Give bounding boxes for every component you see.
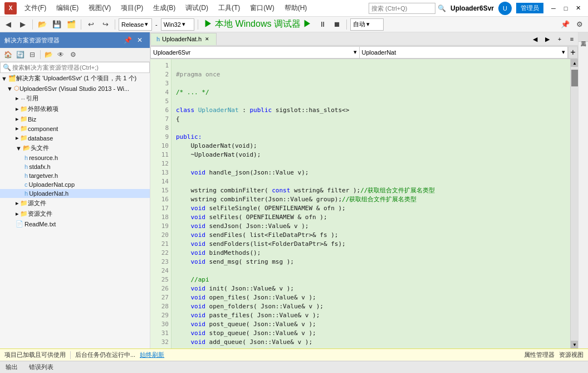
toolbar-undo-btn[interactable]: ↩ [85, 18, 97, 31]
tree-uploadercpp[interactable]: c UploaderNat.cpp [0, 180, 150, 189]
toolbox-tab[interactable]: 工具箱 [579, 32, 588, 42]
tab-h-icon: h [156, 36, 160, 42]
toolbar-saveall-btn[interactable]: 🗂️ [65, 18, 77, 31]
menu-tools[interactable]: 工具(T) [214, 2, 244, 14]
resourceh-icon: h [24, 154, 28, 161]
comp-icon: 📁 [20, 125, 28, 132]
scroll-up-btn[interactable]: ▲ [571, 59, 578, 67]
scroll-track[interactable] [571, 67, 578, 341]
platform-dropdown[interactable]: Win32 ▾ [161, 18, 194, 31]
minimize-button[interactable]: ─ [548, 3, 559, 14]
tree-project[interactable]: ▼ ⬡ Uploader6Svr (Visual Studio 2013 - W… [0, 84, 150, 93]
watch-dropdown[interactable]: 自动 ▾ [350, 18, 384, 31]
editor-tabs: h UploaderNat.h ✕ ◀ ▶ + ≡ [150, 32, 578, 46]
toolbar-settings-btn[interactable]: ⚙ [574, 18, 586, 31]
toolbar-fwd-btn[interactable]: ▶ [17, 18, 29, 31]
configuration-dropdown[interactable]: Release ▾ [119, 18, 152, 31]
sidebar-filter-btn[interactable]: ⚙ [67, 49, 79, 60]
tab-scroll-left-btn[interactable]: ◀ [529, 33, 541, 45]
tree-resource-h[interactable]: h resource.h [0, 153, 150, 162]
tree-component[interactable]: ▸ 📁 component [0, 124, 150, 133]
menu-help[interactable]: 帮助(H) [280, 2, 312, 14]
menu-debug[interactable]: 调试(D) [181, 2, 213, 14]
run-button[interactable]: ▶ 本地 Windows 调试器 ▶ [202, 18, 315, 30]
tree-targetver-h[interactable]: h targetver.h [0, 171, 150, 180]
search-icon[interactable]: 🔍 [438, 4, 446, 12]
tree-biz[interactable]: ▸ 📁 Biz [0, 114, 150, 124]
user-avatar[interactable]: U [498, 2, 512, 15]
output-tab[interactable]: 输出 [0, 362, 23, 372]
sidebar-search-input[interactable] [12, 64, 124, 71]
project-icon: ⬡ [14, 85, 19, 92]
notify-text1: 项目已加载且可供使用 [4, 351, 66, 359]
app-logo: X [4, 2, 17, 14]
scroll-thumb[interactable] [571, 70, 578, 86]
tree-external-deps[interactable]: ▸ 📁 外部依赖项 [0, 104, 150, 114]
toolbar-pause-btn[interactable]: ⏸ [316, 18, 329, 31]
project-expand-icon: ▼ [7, 85, 13, 92]
sidebar-pin-btn[interactable]: 📌 [122, 35, 133, 46]
sidebar-sep [40, 50, 41, 59]
tab-add-btn[interactable]: + [553, 33, 566, 45]
toolbar-redo-btn[interactable]: ↪ [99, 18, 111, 31]
notify-sep [70, 351, 71, 359]
sidebar-collapse-btn[interactable]: ⊟ [27, 49, 38, 60]
toolbar-pin-btn[interactable]: 📌 [559, 18, 571, 31]
toolbar-open-btn[interactable]: 📂 [36, 18, 48, 31]
sidebar-files-btn[interactable]: 📂 [43, 49, 54, 60]
tree-ref[interactable]: ▸ ↔ 引用 [0, 93, 150, 104]
sidebar-tools: 🏠 🔄 ⊟ 📂 👁 ⚙ [0, 48, 150, 62]
tab-menu-btn[interactable]: ≡ [566, 33, 578, 45]
sidebar-search-bar: 🔍 [0, 62, 150, 73]
extdeps-expand-icon: ▸ [16, 105, 19, 113]
nav-plus-btn[interactable]: + [568, 46, 578, 59]
tab-scroll-right-btn[interactable]: ▶ [541, 33, 553, 45]
admin-button[interactable]: 管理员 [516, 3, 543, 13]
tab-uploadernat-h[interactable]: h UploaderNat.h ✕ [150, 33, 217, 45]
error-list-tab[interactable]: 错误列表 [23, 362, 59, 372]
menu-project[interactable]: 项目(P) [116, 2, 148, 14]
property-manager-tab[interactable]: 属性管理器 [524, 351, 555, 359]
close-button[interactable]: ✕ [572, 3, 584, 14]
toolbar-back-btn[interactable]: ◀ [2, 18, 14, 31]
toolbar-stop-btn[interactable]: ⏹ [331, 18, 343, 31]
solution-icon: 🗂️ [8, 75, 16, 82]
tree-sources[interactable]: ▸ 📁 源文件 [0, 198, 150, 209]
sidebar-show-btn[interactable]: 👁 [55, 49, 66, 60]
title-bar: X 文件(F) 编辑(E) 视图(V) 项目(P) 生成(B) 调试(D) 工具… [0, 0, 588, 17]
readme-icon: 📄 [16, 220, 23, 227]
tree-resources[interactable]: ▸ 📁 资源文件 [0, 209, 150, 219]
extdeps-icon: 📁 [20, 105, 28, 113]
tab-close-btn[interactable]: ✕ [204, 36, 210, 42]
tree-database[interactable]: ▸ 📁 database [0, 133, 150, 143]
ref-icon: ↔ [20, 95, 26, 102]
menu-file[interactable]: 文件(F) [20, 2, 51, 14]
toolbar-sep-1 [32, 20, 33, 30]
sidebar-close-btn[interactable]: ✕ [134, 35, 145, 46]
editor-scrollbar[interactable]: ▲ ▼ [570, 59, 578, 348]
maximize-button[interactable]: □ [560, 3, 571, 14]
menu-edit[interactable]: 编辑(E) [52, 2, 83, 14]
toolbar-sep-2 [81, 20, 81, 30]
search-input[interactable] [369, 3, 435, 14]
code-editor[interactable]: #pragma once /* ... */ class UploaderNat… [171, 59, 570, 348]
sidebar-home-btn[interactable]: 🏠 [2, 49, 13, 60]
notify-text2: 后台任务仍在运行中... [75, 351, 135, 359]
tree-headers[interactable]: ▼ 📂 头文件 [0, 143, 150, 153]
tree-uploadernat-h[interactable]: h UploaderNat.h [0, 189, 150, 198]
toolbar-save-btn[interactable]: 💾 [51, 18, 63, 31]
tree-stdafx-h[interactable]: h stdafx.h [0, 162, 150, 171]
scroll-down-btn[interactable]: ▼ [571, 341, 578, 348]
class-dropdown[interactable]: Uploader6Svr ▾ [150, 46, 359, 59]
member-dropdown[interactable]: UploaderNat ▾ [359, 46, 569, 59]
toolbar-sep-6 [346, 20, 347, 30]
tree-solution[interactable]: ▼ 🗂️ 解决方案 'Uploader6Svr' (1 个项目，共 1 个) [0, 73, 150, 84]
uploaderh-icon: h [24, 190, 28, 197]
menu-view[interactable]: 视图(V) [84, 2, 115, 14]
sidebar-refresh-btn[interactable]: 🔄 [14, 49, 26, 60]
resource-view-tab[interactable]: 资源视图 [559, 351, 584, 359]
menu-build[interactable]: 生成(B) [149, 2, 180, 14]
notify-refresh-link[interactable]: 始终刷新 [140, 351, 164, 359]
tree-readme[interactable]: 📄 ReadMe.txt [0, 219, 150, 229]
menu-window[interactable]: 窗口(W) [246, 2, 278, 14]
